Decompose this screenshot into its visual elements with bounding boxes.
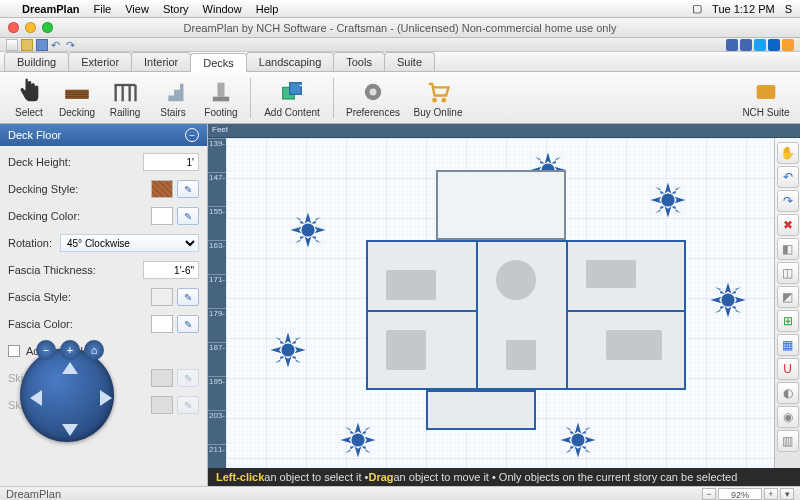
minimize-window[interactable] [25,22,36,33]
menu-story[interactable]: Story [163,3,189,15]
window-titlebar: DreamPlan by NCH Software - Craftsman - … [0,18,800,38]
add-content[interactable]: + Add Content [257,74,327,122]
qa-save-icon[interactable] [36,39,48,51]
tool-b[interactable]: ◫ [777,262,799,284]
tool-f[interactable]: ▥ [777,430,799,452]
design-viewport[interactable] [226,138,774,468]
floorplan[interactable] [366,170,686,410]
panel-collapse-icon[interactable]: – [185,128,199,142]
fascia-thickness-input[interactable] [143,261,199,279]
redo[interactable]: ↷ [777,190,799,212]
tree-object[interactable] [556,418,600,462]
share-icon[interactable] [782,39,794,51]
decking-style-swatch[interactable] [151,180,173,198]
close-window[interactable] [8,22,19,33]
tab-suite[interactable]: Suite [384,52,435,71]
buy-online[interactable]: Buy Online [408,74,468,122]
menubar-user[interactable]: S [785,3,792,15]
camera-btn[interactable]: ⌂ [84,340,104,360]
panel-title: Deck Floor [8,129,61,141]
preferences[interactable]: Preferences [340,74,406,122]
undo[interactable]: ↶ [777,166,799,188]
qa-open-icon[interactable] [21,39,33,51]
fascia-style-label: Fascia Style: [8,291,151,303]
measure[interactable]: ⊞ [777,310,799,332]
menu-view[interactable]: View [125,3,149,15]
deck-height-input[interactable] [143,153,199,171]
nav-up[interactable] [62,362,78,374]
svg-rect-10 [213,96,229,101]
qa-redo-icon[interactable]: ↷ [66,39,78,51]
skirt-style-picker: ✎ [177,369,199,387]
nav-compass: − + ⌂ [12,340,122,450]
deck-height-label: Deck Height: [8,156,143,168]
properties-panel: Deck Floor – Deck Height: Decking Style:… [0,124,208,486]
tab-decks[interactable]: Decks [190,53,247,72]
zoom-in[interactable]: + [764,488,778,500]
zoom-out[interactable]: − [702,488,716,500]
snap[interactable]: U [777,358,799,380]
nav-left[interactable] [30,390,42,406]
tab-building[interactable]: Building [4,52,69,71]
stairs-tool[interactable]: Stairs [150,74,196,122]
decking-tool[interactable]: Decking [54,74,100,122]
fascia-color-picker[interactable]: ✎ [177,315,199,333]
mac-menubar: DreamPlan File View Story Window Help ▢ … [0,0,800,18]
linkedin-icon[interactable] [768,39,780,51]
window-title: DreamPlan by NCH Software - Craftsman - … [0,22,800,34]
app-menu[interactable]: DreamPlan [22,3,79,15]
svg-point-25 [351,433,364,446]
gear-icon [359,78,387,106]
thumbs-icon[interactable] [726,39,738,51]
twitter-icon[interactable] [754,39,766,51]
skirt-style-swatch [151,369,173,387]
grid-toggle[interactable]: ▦ [777,334,799,356]
airplay-icon[interactable]: ▢ [692,2,702,15]
tool-d[interactable]: ◐ [777,382,799,404]
tab-interior[interactable]: Interior [131,52,191,71]
qa-undo-icon[interactable]: ↶ [51,39,63,51]
menu-file[interactable]: File [93,3,111,15]
decking-style-picker[interactable]: ✎ [177,180,199,198]
tool-a[interactable]: ◧ [777,238,799,260]
tree-object[interactable] [336,418,380,462]
decking-style-label: Decking Style: [8,183,151,195]
nch-suite[interactable]: NCH Suite [738,74,794,122]
railing-tool[interactable]: Railing [102,74,148,122]
tree-object[interactable] [706,278,750,322]
zoom-out-btn[interactable]: − [36,340,56,360]
zoom-value[interactable]: 92% [718,488,762,500]
nav-down[interactable] [62,424,78,436]
pan-tool[interactable]: ✋ [777,142,799,164]
footing-tool[interactable]: Footing [198,74,244,122]
tree-object[interactable] [266,328,310,372]
decking-color-picker[interactable]: ✎ [177,207,199,225]
footing-icon [207,78,235,106]
fascia-style-picker[interactable]: ✎ [177,288,199,306]
tab-exterior[interactable]: Exterior [68,52,132,71]
menu-help[interactable]: Help [256,3,279,15]
delete[interactable]: ✖ [777,214,799,236]
fascia-color-label: Fascia Color: [8,318,151,330]
tab-tools[interactable]: Tools [333,52,385,71]
zoom-in-btn[interactable]: + [60,340,80,360]
hint-bar: Left-click an object to select it • Drag… [208,468,800,486]
canvas-area: Feet 139- 147- 155- 163- 171- 179- 187- … [208,124,800,486]
fascia-style-swatch[interactable] [151,288,173,306]
decking-color-swatch[interactable] [151,207,173,225]
zoom-dropdown[interactable]: ▾ [780,488,794,500]
rotation-select[interactable]: 45° Clockwise [60,234,199,252]
nav-right[interactable] [100,390,112,406]
tool-c[interactable]: ◩ [777,286,799,308]
facebook-icon[interactable] [740,39,752,51]
fascia-color-swatch[interactable] [151,315,173,333]
menu-window[interactable]: Window [203,3,242,15]
tree-object[interactable] [286,208,330,252]
zoom-window[interactable] [42,22,53,33]
select-tool[interactable]: Select [6,74,52,122]
tab-landscaping[interactable]: Landscaping [246,52,334,71]
tool-e[interactable]: ◉ [777,406,799,428]
svg-point-15 [370,88,377,95]
svg-point-22 [281,343,294,356]
qa-new-icon[interactable] [6,39,18,51]
